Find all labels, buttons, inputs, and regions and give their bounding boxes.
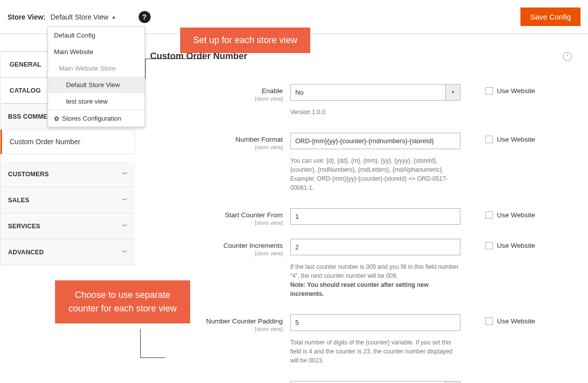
annotation-connector <box>145 59 146 79</box>
chevron-down-icon: ﹀ <box>122 196 128 204</box>
label-text: Number Counter Padding <box>206 317 283 325</box>
field-note-row: If the last counter number is 005 and yo… <box>150 259 580 309</box>
label-text: Counter Increments <box>223 242 283 249</box>
use-website-checkbox[interactable]: Use Website <box>485 239 535 249</box>
field-row-counter-increments: Counter Increments [store view] Use Webs… <box>150 239 580 256</box>
current-store-view: Default Store View <box>51 13 109 21</box>
chevron-down-icon: ﹀ <box>122 170 128 178</box>
field-control: ▼ <box>290 381 460 383</box>
field-row-diff-counter: Use Different Counter Numbers for Differ… <box>150 381 580 383</box>
label-scope: [store view] <box>150 326 283 332</box>
field-row-start-counter: Start Counter From [store view] Use Webs… <box>150 208 580 226</box>
sidebar-section-services[interactable]: SERVICES ﹀ <box>1 213 135 239</box>
stores-configuration-link[interactable]: ✿ Stores Configuration <box>48 110 145 127</box>
label-scope: [store view] <box>150 96 283 102</box>
chevron-down-icon: ﹀ <box>122 222 128 230</box>
chevron-down-icon: ﹀ <box>122 248 128 256</box>
sidebar-section-label: ADVANCED <box>8 249 44 256</box>
counter-increments-input[interactable] <box>290 239 460 255</box>
field-label: Use Different Counter Numbers for Differ… <box>150 381 290 383</box>
field-control <box>290 314 460 331</box>
note-bold: Note <box>290 281 304 288</box>
store-switcher-dropdown: Default Config Main Website Main Website… <box>48 27 145 127</box>
annotation-connector <box>140 329 141 357</box>
field-label: Number Format [store view] <box>150 133 290 150</box>
field-row-enable: Enable [store view] ▼ Use Website <box>150 84 580 102</box>
use-website-checkbox[interactable]: Use Website <box>485 208 535 219</box>
sidebar-link-custom-order-number[interactable]: Custom Order Number <box>1 130 135 154</box>
sidebar-section-customers[interactable]: CUSTOMERS ﹀ <box>1 161 135 187</box>
sidebar-section-sales[interactable]: SALES ﹀ <box>1 187 135 213</box>
use-website-checkbox[interactable]: Use Website <box>485 133 535 143</box>
field-row-number-format: Number Format [store view] Use Website <box>150 133 580 150</box>
checkbox-input[interactable] <box>485 317 493 325</box>
store-option-default-store-view[interactable]: Default Store View <box>48 77 145 93</box>
stores-configuration-label: Stores Configuration <box>62 115 122 122</box>
store-option-default-config[interactable]: Default Config <box>48 27 145 44</box>
label-scope: [store view] <box>150 250 283 256</box>
field-label: Start Counter From [store view] <box>150 208 290 226</box>
annotation-callout: Choose to use separate counter for each … <box>55 280 190 323</box>
store-view-switcher[interactable]: Default Store View ▲ <box>51 13 116 21</box>
field-label: Counter Increments [store view] <box>150 239 290 256</box>
field-row-padding: Number Counter Padding [store view] Use … <box>150 314 580 332</box>
gear-icon: ✿ <box>54 116 59 122</box>
annotation-connector <box>145 59 204 59</box>
field-note: If the last counter number is 005 and yo… <box>290 262 460 298</box>
note-text-2: : You should reset counter after setting… <box>290 281 428 297</box>
enable-select[interactable] <box>290 84 460 101</box>
field-note: Version 1.0.0 <box>290 108 460 117</box>
annotation-connector <box>140 357 165 358</box>
field-label: Enable [store view] <box>150 84 290 102</box>
field-control <box>290 239 460 255</box>
checkbox-label: Use Website <box>497 87 535 95</box>
field-note-row: Total number of digits of the {counter} … <box>150 335 580 376</box>
chevron-up-icon: ▲ <box>112 15 116 20</box>
sidebar-section-label: SALES <box>8 197 30 204</box>
field-control <box>290 208 460 225</box>
checkbox-label: Use Website <box>497 317 535 325</box>
sidebar-section-label: CUSTOMERS <box>8 171 49 178</box>
field-control <box>290 133 460 149</box>
sidebar-section-label: SERVICES <box>8 223 41 230</box>
store-option-main-website[interactable]: Main Website <box>48 44 145 60</box>
use-website-checkbox[interactable]: Use Website <box>485 84 535 95</box>
field-note-row: Version 1.0.0 <box>150 105 580 128</box>
field-note-row: You can use: {d}, {dd}, {m}, {mm}, {yy},… <box>150 153 580 203</box>
diff-counter-select[interactable] <box>290 381 460 383</box>
label-text: Enable <box>262 87 283 95</box>
label-scope: [store view] <box>150 144 283 150</box>
number-format-input[interactable] <box>290 133 460 149</box>
save-config-button[interactable]: Save Config <box>520 8 580 26</box>
label-scope: [store view] <box>150 220 283 226</box>
field-note: You can use: {d}, {dd}, {m}, {mm}, {yy},… <box>290 156 460 192</box>
padding-input[interactable] <box>290 314 460 331</box>
note-text-1: If the last counter number is 005 and yo… <box>290 263 458 279</box>
checkbox-input[interactable] <box>485 242 493 249</box>
start-counter-input[interactable] <box>290 208 460 225</box>
sidebar-section-advanced[interactable]: ADVANCED ﹀ <box>1 239 135 265</box>
annotation-callout: Set up for each store view <box>180 28 310 53</box>
checkbox-label: Use Website <box>497 211 535 219</box>
store-option-main-website-store: Main Website Store <box>48 60 145 77</box>
checkbox-input[interactable] <box>485 211 493 219</box>
collapse-toggle[interactable]: ˆ <box>563 52 572 61</box>
checkbox-label: Use Website <box>497 136 535 143</box>
use-website-checkbox[interactable]: Use Website <box>485 314 535 325</box>
label-text: Number Format <box>235 136 283 143</box>
checkbox-input[interactable] <box>485 87 493 95</box>
checkbox-input[interactable] <box>485 136 493 143</box>
checkbox-label: Use Website <box>497 242 535 249</box>
field-control: ▼ <box>290 84 460 101</box>
field-note: Total number of digits of the {counter} … <box>290 338 460 365</box>
store-option-test-store-view[interactable]: test store view <box>48 93 145 110</box>
store-view-label: Store View: <box>8 13 46 21</box>
config-main: Custom Order Number ˆ Enable [store view… <box>135 34 580 383</box>
label-text: Start Counter From <box>225 211 283 219</box>
help-icon[interactable]: ? <box>139 11 151 23</box>
